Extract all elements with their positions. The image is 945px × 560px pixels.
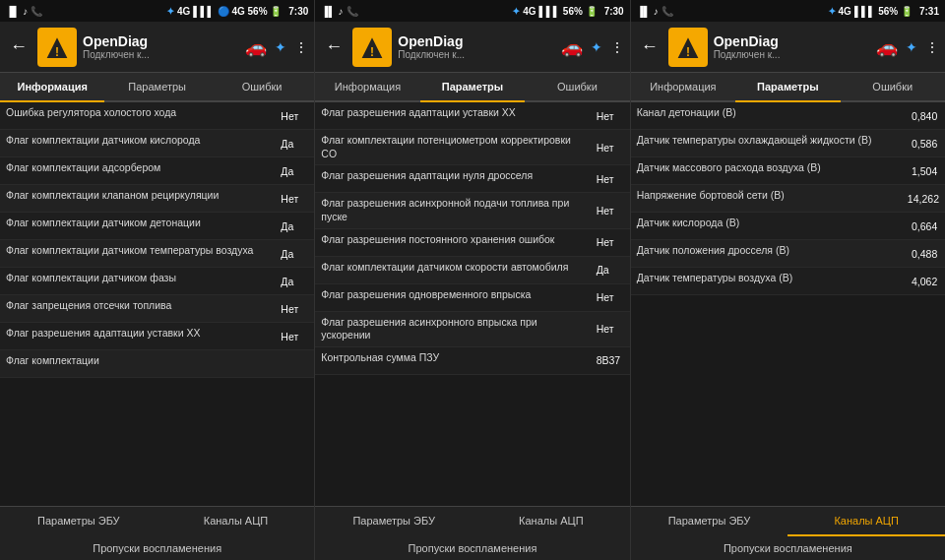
table-row: Флаг разрешения адаптации нуля дросселя … xyxy=(315,165,629,193)
bottom-tab-ecu-2[interactable]: Параметры ЭБУ xyxy=(315,507,472,536)
svg-text:!: ! xyxy=(686,45,690,59)
tab-info-2[interactable]: Информация xyxy=(315,73,419,102)
bottom-tab-ecu-3[interactable]: Параметры ЭБУ xyxy=(631,507,788,536)
table-row: Датчик массового расхода воздуха (В) 1,5… xyxy=(631,157,945,185)
menu-icon-1[interactable]: ⋮ xyxy=(294,39,308,55)
table-row: Флаг комплектации xyxy=(0,350,314,378)
app-header-3: ← ! OpenDiag Подключен к... 🚗 ✦ ⋮ xyxy=(631,22,945,73)
phone-icon-1: 📞 xyxy=(31,6,42,17)
table-row: Флаг комплектации датчиком детонации Да xyxy=(0,213,314,240)
bottom-tab-ecu-1[interactable]: Параметры ЭБУ xyxy=(0,507,158,536)
table-row: Флаг запрещения отсечки топлива Нет xyxy=(0,295,314,323)
car-icon-2: 🚗 xyxy=(561,36,583,58)
time-3: 7:31 xyxy=(919,6,939,17)
table-row: Канал детонации (В) 0,840 xyxy=(631,102,945,130)
status-bar-2: ▐▌ ♪ 📞 ✦ 4G ▌▌▌ 56% 🔋 7:30 xyxy=(315,0,630,22)
signal-strength-1: ▌▌▌ xyxy=(193,6,214,17)
car-icon-3: 🚗 xyxy=(876,36,898,58)
bt-icon-2: ✦ xyxy=(512,6,520,17)
back-button-2[interactable]: ← xyxy=(321,32,346,61)
table-row: Датчик температуры воздуха (В) 4,062 xyxy=(631,268,945,295)
battery-pct-2: 56% 🔋 xyxy=(563,6,598,17)
nav-tabs-1: Информация Параметры Ошибки xyxy=(0,73,314,102)
bottom-tabs-3: Параметры ЭБУ Каналы АЦП xyxy=(631,506,945,536)
title-block-3: OpenDiag Подключен к... xyxy=(714,33,870,60)
app-subtitle-2: Подключен к... xyxy=(398,49,554,60)
header-icons-3: 🚗 ✦ ⋮ xyxy=(876,36,939,58)
bottom-tab-adc-2[interactable]: Каналы АЦП xyxy=(472,507,630,536)
signal-strength-2: ▌▌▌ xyxy=(539,6,560,17)
bottom-tabs-1: Параметры ЭБУ Каналы АЦП xyxy=(0,506,314,536)
header-icons-2: 🚗 ✦ ⋮ xyxy=(561,36,624,58)
table-row: Датчик температуры охлаждающей жидкости … xyxy=(631,130,945,157)
logo-icon-2: ! xyxy=(356,31,388,63)
table-row: Флаг разрешения одновременного впрыска Н… xyxy=(315,284,629,312)
tab-errors-3[interactable]: Ошибки xyxy=(841,73,945,102)
back-button-3[interactable]: ← xyxy=(637,32,662,61)
panels: ← ! OpenDiag Подключен к... 🚗 ✦ ⋮ Информ… xyxy=(0,22,945,560)
svg-text:!: ! xyxy=(55,45,59,59)
app-header-1: ← ! OpenDiag Подключен к... 🚗 ✦ ⋮ xyxy=(0,22,314,73)
status-bar-3: ▐▌ ♪ 📞 ✦ 4G ▌▌▌ 56% 🔋 7:31 xyxy=(631,0,945,22)
signal-strength-3: ▌▌▌ xyxy=(854,6,875,17)
signal-icon-1: ▐▌ xyxy=(6,6,20,17)
misfire-button-2[interactable]: Пропуски воспламенения xyxy=(315,536,629,560)
4g-icon-1: 4G xyxy=(177,6,190,17)
misfire-button-1[interactable]: Пропуски воспламенения xyxy=(0,536,314,560)
app-title-3: OpenDiag xyxy=(714,33,870,49)
bt-icon-3: ✦ xyxy=(828,6,836,17)
menu-icon-2[interactable]: ⋮ xyxy=(610,39,624,55)
bluetooth-icon-3: ✦ xyxy=(906,39,917,55)
bottom-tab-adc-1[interactable]: Каналы АЦП xyxy=(158,507,315,536)
misfire-button-3[interactable]: Пропуски воспламенения xyxy=(631,536,945,560)
data-table-1: Ошибка регулятора холостого хода Нет Фла… xyxy=(0,102,314,506)
status-bars: ▐▌ ♪ 📞 ✦ 4G ▌▌▌ 🔵 4G 56% 🔋 7:30 ▐▌ ♪ 📞 ✦… xyxy=(0,0,945,22)
tab-errors-2[interactable]: Ошибки xyxy=(525,73,629,102)
app-logo-3: ! xyxy=(668,28,708,67)
table-row: Флаг разрешения асинхронного впрыска при… xyxy=(315,312,629,347)
signal-icon-3: ▐▌ xyxy=(637,6,651,17)
table-row: Флаг комплектации датчиком скорости авто… xyxy=(315,257,629,284)
header-icons-1: 🚗 ✦ ⋮ xyxy=(245,36,308,58)
tab-info-1[interactable]: Информация xyxy=(0,73,104,102)
4g-icon-2: 4G xyxy=(523,6,536,17)
music-icon-3: ♪ xyxy=(654,6,659,17)
logo-icon-3: ! xyxy=(672,31,704,63)
app-header-2: ← ! OpenDiag Подключен к... 🚗 ✦ ⋮ xyxy=(315,22,629,73)
app-title-2: OpenDiag xyxy=(398,33,554,49)
panel-3: ← ! OpenDiag Подключен к... 🚗 ✦ ⋮ Информ… xyxy=(631,22,945,560)
svg-text:!: ! xyxy=(370,45,374,59)
logo-icon-1: ! xyxy=(41,31,73,63)
status-bar-1: ▐▌ ♪ 📞 ✦ 4G ▌▌▌ 🔵 4G 56% 🔋 7:30 xyxy=(0,0,315,22)
tab-params-1[interactable]: Параметры xyxy=(104,73,209,102)
misfire-bar-1: Пропуски воспламенения xyxy=(0,536,314,560)
bluetooth-icon-2: ✦ xyxy=(591,39,602,55)
misfire-bar-3: Пропуски воспламенения xyxy=(631,536,945,560)
4g-icon-3: 4G xyxy=(839,6,851,17)
table-row: Ошибка регулятора холостого хода Нет xyxy=(0,102,314,130)
tab-errors-1[interactable]: Ошибки xyxy=(210,73,314,102)
table-row: Флаг комплектации потенциометром коррект… xyxy=(315,130,629,165)
back-button-1[interactable]: ← xyxy=(6,32,32,61)
bottom-tab-adc-3[interactable]: Каналы АЦП xyxy=(788,507,945,536)
table-row: Датчик положения дросселя (В) 0,488 xyxy=(631,240,945,268)
app-title-1: OpenDiag xyxy=(83,33,239,49)
bluetooth-icon-1: ✦ xyxy=(275,39,286,55)
bottom-tabs-2: Параметры ЭБУ Каналы АЦП xyxy=(315,506,629,536)
tab-info-3[interactable]: Информация xyxy=(631,73,735,102)
tab-params-3[interactable]: Параметры xyxy=(735,73,840,102)
tab-params-2[interactable]: Параметры xyxy=(420,73,525,102)
misfire-bar-2: Пропуски воспламенения xyxy=(315,536,629,560)
battery-pct-1: 🔵 4G 56% 🔋 xyxy=(218,6,283,17)
app-subtitle-3: Подключен к... xyxy=(714,49,870,60)
panel-2: ← ! OpenDiag Подключен к... 🚗 ✦ ⋮ Информ… xyxy=(315,22,630,560)
music-icon-1: ♪ xyxy=(23,6,28,17)
menu-icon-3[interactable]: ⋮ xyxy=(925,39,939,55)
battery-pct-3: 56% 🔋 xyxy=(878,6,913,17)
time-1: 7:30 xyxy=(288,6,308,17)
table-row: Флаг разрешения адаптации уставки ХХ Нет xyxy=(315,102,629,130)
panel-1: ← ! OpenDiag Подключен к... 🚗 ✦ ⋮ Информ… xyxy=(0,22,315,560)
title-block-1: OpenDiag Подключен к... xyxy=(83,33,239,60)
app-logo-2: ! xyxy=(352,28,392,67)
app-subtitle-1: Подключен к... xyxy=(83,49,239,60)
